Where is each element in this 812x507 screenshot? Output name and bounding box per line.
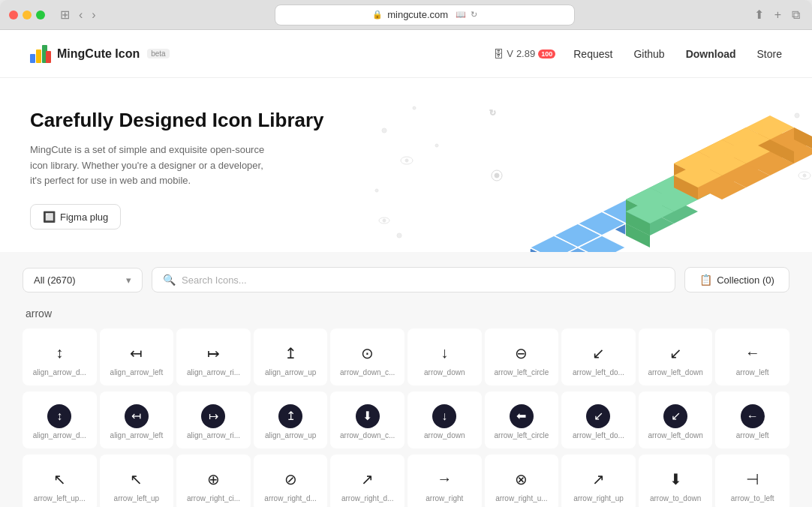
icon-cell[interactable]: ⊕arrow_right_ci... [176,454,251,507]
icon-cell[interactable]: ↙arrow_left_do... [561,392,636,448]
hero-text: Carefully Designed Icon Library MingCute… [30,108,330,230]
icon-label: align_arrow_ri... [179,431,247,440]
forward-button[interactable]: › [89,7,98,23]
svg-point-4 [382,128,386,133]
site-nav: Request Github Download Store [573,48,782,60]
minimize-traffic-light[interactable] [23,10,32,20]
svg-point-12 [405,159,408,162]
version-prefix: V [507,48,513,59]
figma-plugin-button[interactable]: 🔲 Figma plug [30,204,121,230]
icon-label: arrow_down_c... [334,431,401,440]
icon-cell[interactable]: ⊣arrow_to_left [715,454,789,507]
icon-cell[interactable]: ⊘arrow_right_d... [254,454,328,507]
icon-cell[interactable]: ←arrow_left [715,392,789,448]
icon-label: arrow_down [411,368,478,376]
logo-text: MingCute Icon [57,47,140,61]
database-icon: 🗄 [493,48,504,60]
icon-cell[interactable]: ↦align_arrow_ri... [176,392,251,448]
icon-cell[interactable]: ⬇arrow_to_down [639,454,713,507]
hero-visual: ⊙ ↻ [362,86,812,252]
address-bar[interactable]: 🔒 mingcute.com 📖 ↻ [275,4,575,26]
svg-text:↻: ↻ [489,108,496,117]
back-button[interactable]: ‹ [76,7,86,23]
category-label: arrow [23,308,789,320]
icon-cell[interactable]: ⊖arrow_left_circle [485,328,559,386]
icon-label: arrow_right [411,494,478,502]
icon-cell[interactable]: ↙arrow_left_do... [561,328,636,386]
tabs-button[interactable]: ⧉ [789,7,803,23]
figma-btn-label: Figma plug [60,212,108,223]
figma-icon: 🔲 [43,211,56,223]
icon-label: arrow_right_up [564,494,632,502]
logo-area: MingCute Icon beta [30,45,170,63]
browser-window: ⊞ ‹ › 🔒 mingcute.com 📖 ↻ ⬆ + ⧉ [0,0,812,507]
hero-description: MingCute is a set of simple and exquisit… [30,142,270,189]
site-header: MingCute Icon beta 🗄 V 2.89 100 Request … [0,30,812,78]
icon-label: arrow_left_down [642,431,709,440]
icon-cell[interactable]: →arrow_right [408,454,482,507]
nav-store[interactable]: Store [757,48,782,60]
icon-label: arrow_left [719,368,786,376]
version-tag: 100 [538,50,555,58]
icon-cell[interactable]: ↤align_arrow_left [100,328,174,386]
icon-label: align_arrow_d... [26,431,93,440]
sidebar-toggle-button[interactable]: ⊞ [57,6,73,23]
filter-label: All (2670) [34,274,76,286]
icon-cell[interactable]: ⊗arrow_right_u... [485,454,559,507]
icon-cell[interactable]: ⊙arrow_down_c... [330,328,404,386]
icon-label: arrow_left_do... [564,431,632,440]
icon-row-0: ↕align_arrow_d...↤align_arrow_left↦align… [23,328,789,386]
collection-button[interactable]: 📋 Collection (0) [684,267,789,292]
category-filter-dropdown[interactable]: All (2670) ▾ [23,268,143,292]
collection-label: Collection (0) [717,274,774,286]
isometric-grid-svg: ⊙ ↻ [362,86,812,252]
icon-cell[interactable]: ↖arrow_left_up... [23,454,97,507]
search-bar[interactable]: 🔍 Search Icons... [152,267,675,292]
icon-label: align_arrow_left [103,431,170,440]
hero-title: Carefully Designed Icon Library [30,108,330,134]
close-traffic-light[interactable] [9,10,18,20]
new-tab-button[interactable]: + [771,7,784,23]
icon-cell[interactable]: ↗arrow_right_d... [330,454,404,507]
icon-cell[interactable]: ⬅arrow_left_circle [485,392,559,448]
nav-request[interactable]: Request [573,48,612,60]
browser-titlebar: ⊞ ‹ › 🔒 mingcute.com 📖 ↻ ⬆ + ⧉ [0,0,812,30]
icon-cell[interactable]: ↥align_arrow_up [254,328,328,386]
nav-github[interactable]: Github [633,48,664,60]
icon-label: align_arrow_ri... [179,368,247,376]
icon-cell[interactable]: ↗arrow_right_up [561,454,636,507]
icon-cell[interactable]: ↕align_arrow_d... [23,392,97,448]
traffic-lights [9,10,45,20]
svg-rect-0 [30,54,35,63]
icon-label: arrow_down [411,431,478,440]
icon-cell[interactable]: ↓arrow_down [408,392,482,448]
icon-grid-container: ↕align_arrow_d...↤align_arrow_left↦align… [23,328,789,507]
icon-cell[interactable]: ↓arrow_down [408,328,482,386]
svg-point-9 [375,189,378,192]
beta-badge: beta [147,49,169,58]
icon-cell[interactable]: ↖arrow_left_up [100,454,174,507]
logo-icon [30,45,51,63]
svg-point-6 [435,144,438,147]
version-badge: 🗄 V 2.89 100 [493,48,555,60]
icon-row-1: ↕align_arrow_d...↤align_arrow_left↦align… [23,392,789,448]
icon-cell[interactable]: ↙arrow_left_down [639,392,713,448]
icon-label: arrow_right_d... [257,494,324,502]
icon-label: align_arrow_d... [26,368,93,376]
icon-cell[interactable]: ↙arrow_left_down [639,328,713,386]
icon-cell[interactable]: ↥align_arrow_up [254,392,328,448]
browser-nav-controls: ⊞ ‹ › [57,6,99,23]
icon-cell[interactable]: ←arrow_left [715,328,789,386]
maximize-traffic-light[interactable] [36,10,45,20]
nav-download[interactable]: Download [686,48,736,60]
svg-point-14 [803,174,806,177]
search-icon: 🔍 [163,274,176,286]
share-button[interactable]: ⬆ [751,6,767,23]
icon-cell[interactable]: ↕align_arrow_d... [23,328,97,386]
hero-section: Carefully Designed Icon Library MingCute… [0,78,812,252]
icon-cell[interactable]: ↦align_arrow_ri... [176,328,251,386]
icon-cell[interactable]: ⬇arrow_down_c... [330,392,404,448]
icon-cell[interactable]: ↤align_arrow_left [100,392,174,448]
filter-bar: All (2670) ▾ 🔍 Search Icons... 📋 Collect… [23,267,789,292]
version-number: 2.89 [516,48,535,59]
